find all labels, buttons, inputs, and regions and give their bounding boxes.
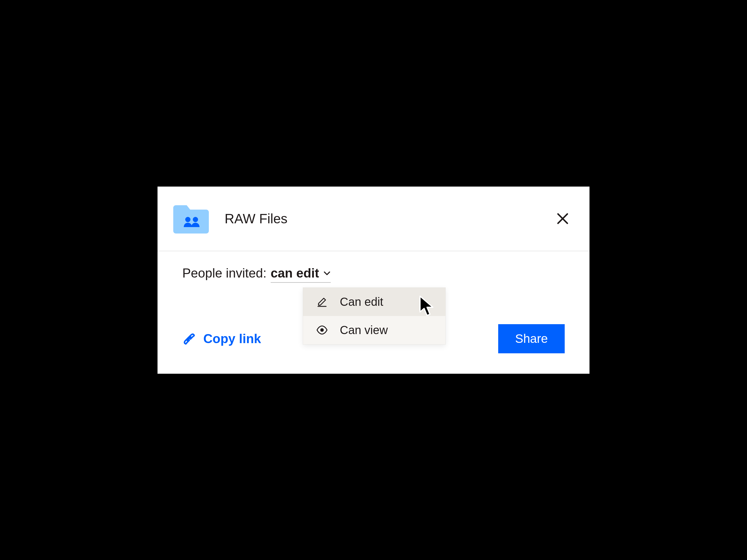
- pencil-icon: [315, 296, 329, 308]
- share-button[interactable]: Share: [498, 324, 565, 353]
- invite-label: People invited:: [182, 266, 266, 281]
- svg-point-0: [185, 217, 190, 222]
- chevron-down-icon: [323, 269, 331, 277]
- close-icon: [556, 212, 569, 225]
- permission-select-value: can edit: [271, 266, 319, 281]
- permission-select[interactable]: can edit: [271, 266, 331, 283]
- invite-row: People invited: can edit: [182, 266, 565, 283]
- share-dialog: RAW Files People invited: can edit: [157, 187, 590, 374]
- share-button-label: Share: [515, 332, 548, 345]
- link-icon: [182, 332, 196, 345]
- close-button[interactable]: [553, 209, 572, 228]
- copy-link-label: Copy link: [203, 331, 261, 346]
- svg-point-1: [193, 217, 198, 222]
- dialog-footer: Copy link Share: [182, 324, 565, 353]
- copy-link-button[interactable]: Copy link: [182, 331, 261, 346]
- dialog-header: RAW Files: [157, 187, 590, 251]
- folder-title: RAW Files: [225, 211, 288, 226]
- dropdown-option-label: Can edit: [340, 295, 383, 309]
- shared-folder-icon: [172, 203, 210, 235]
- dropdown-option-can-edit[interactable]: Can edit: [303, 288, 445, 316]
- dialog-body: People invited: can edit Can edit: [157, 251, 590, 374]
